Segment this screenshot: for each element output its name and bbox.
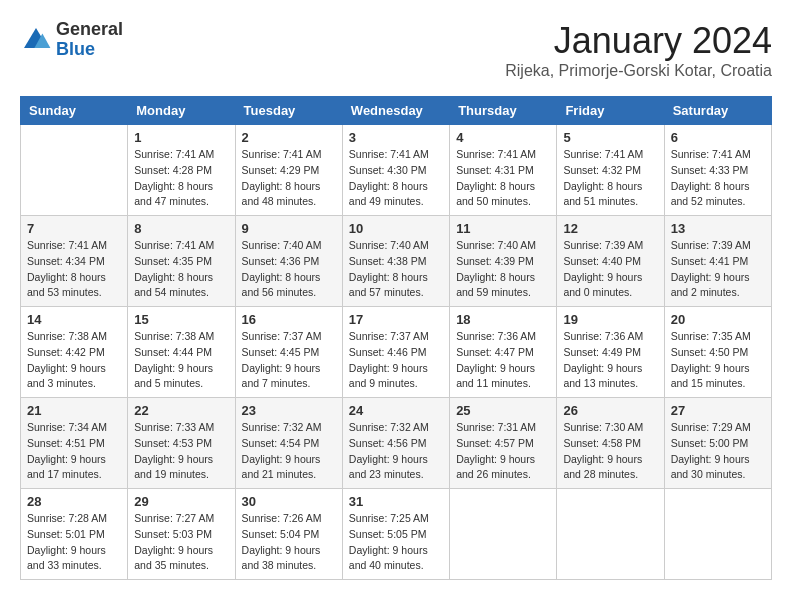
weekday-header-sunday: Sunday	[21, 97, 128, 125]
sunrise-text: Sunrise: 7:41 AM	[349, 148, 429, 160]
calendar-cell: 9 Sunrise: 7:40 AM Sunset: 4:36 PM Dayli…	[235, 216, 342, 307]
day-info: Sunrise: 7:32 AM Sunset: 4:56 PM Dayligh…	[349, 420, 443, 483]
calendar-week-row: 14 Sunrise: 7:38 AM Sunset: 4:42 PM Dayl…	[21, 307, 772, 398]
logo-icon	[20, 24, 52, 56]
day-info: Sunrise: 7:36 AM Sunset: 4:47 PM Dayligh…	[456, 329, 550, 392]
sunrise-text: Sunrise: 7:41 AM	[27, 239, 107, 251]
day-number: 12	[563, 221, 657, 236]
calendar-cell: 8 Sunrise: 7:41 AM Sunset: 4:35 PM Dayli…	[128, 216, 235, 307]
day-number: 28	[27, 494, 121, 509]
sunset-text: Sunset: 4:53 PM	[134, 437, 212, 449]
sunrise-text: Sunrise: 7:37 AM	[242, 330, 322, 342]
daylight-text: Daylight: 8 hours and 57 minutes.	[349, 271, 428, 299]
calendar-cell: 25 Sunrise: 7:31 AM Sunset: 4:57 PM Dayl…	[450, 398, 557, 489]
calendar-week-row: 1 Sunrise: 7:41 AM Sunset: 4:28 PM Dayli…	[21, 125, 772, 216]
day-info: Sunrise: 7:41 AM Sunset: 4:33 PM Dayligh…	[671, 147, 765, 210]
day-info: Sunrise: 7:30 AM Sunset: 4:58 PM Dayligh…	[563, 420, 657, 483]
weekday-header-row: SundayMondayTuesdayWednesdayThursdayFrid…	[21, 97, 772, 125]
daylight-text: Daylight: 9 hours and 28 minutes.	[563, 453, 642, 481]
day-info: Sunrise: 7:26 AM Sunset: 5:04 PM Dayligh…	[242, 511, 336, 574]
weekday-header-thursday: Thursday	[450, 97, 557, 125]
daylight-text: Daylight: 9 hours and 30 minutes.	[671, 453, 750, 481]
sunset-text: Sunset: 4:33 PM	[671, 164, 749, 176]
calendar-cell: 14 Sunrise: 7:38 AM Sunset: 4:42 PM Dayl…	[21, 307, 128, 398]
logo-text: General Blue	[56, 20, 123, 60]
sunrise-text: Sunrise: 7:40 AM	[242, 239, 322, 251]
calendar-cell: 7 Sunrise: 7:41 AM Sunset: 4:34 PM Dayli…	[21, 216, 128, 307]
calendar-cell: 23 Sunrise: 7:32 AM Sunset: 4:54 PM Dayl…	[235, 398, 342, 489]
day-info: Sunrise: 7:35 AM Sunset: 4:50 PM Dayligh…	[671, 329, 765, 392]
calendar-table: SundayMondayTuesdayWednesdayThursdayFrid…	[20, 96, 772, 580]
sunset-text: Sunset: 5:00 PM	[671, 437, 749, 449]
weekday-header-saturday: Saturday	[664, 97, 771, 125]
daylight-text: Daylight: 9 hours and 33 minutes.	[27, 544, 106, 572]
calendar-cell: 13 Sunrise: 7:39 AM Sunset: 4:41 PM Dayl…	[664, 216, 771, 307]
day-info: Sunrise: 7:32 AM Sunset: 4:54 PM Dayligh…	[242, 420, 336, 483]
day-number: 10	[349, 221, 443, 236]
day-number: 7	[27, 221, 121, 236]
day-info: Sunrise: 7:41 AM Sunset: 4:35 PM Dayligh…	[134, 238, 228, 301]
calendar-cell: 19 Sunrise: 7:36 AM Sunset: 4:49 PM Dayl…	[557, 307, 664, 398]
month-title: January 2024	[505, 20, 772, 62]
daylight-text: Daylight: 9 hours and 11 minutes.	[456, 362, 535, 390]
day-info: Sunrise: 7:33 AM Sunset: 4:53 PM Dayligh…	[134, 420, 228, 483]
sunrise-text: Sunrise: 7:38 AM	[134, 330, 214, 342]
calendar-cell: 1 Sunrise: 7:41 AM Sunset: 4:28 PM Dayli…	[128, 125, 235, 216]
day-info: Sunrise: 7:40 AM Sunset: 4:39 PM Dayligh…	[456, 238, 550, 301]
day-number: 23	[242, 403, 336, 418]
day-info: Sunrise: 7:38 AM Sunset: 4:44 PM Dayligh…	[134, 329, 228, 392]
daylight-text: Daylight: 8 hours and 47 minutes.	[134, 180, 213, 208]
logo-blue-text: Blue	[56, 40, 123, 60]
weekday-header-wednesday: Wednesday	[342, 97, 449, 125]
location-title: Rijeka, Primorje-Gorski Kotar, Croatia	[505, 62, 772, 80]
calendar-cell	[21, 125, 128, 216]
day-number: 16	[242, 312, 336, 327]
calendar-cell: 3 Sunrise: 7:41 AM Sunset: 4:30 PM Dayli…	[342, 125, 449, 216]
sunset-text: Sunset: 4:39 PM	[456, 255, 534, 267]
day-number: 22	[134, 403, 228, 418]
sunrise-text: Sunrise: 7:41 AM	[563, 148, 643, 160]
calendar-cell	[450, 489, 557, 580]
daylight-text: Daylight: 8 hours and 56 minutes.	[242, 271, 321, 299]
calendar-cell: 22 Sunrise: 7:33 AM Sunset: 4:53 PM Dayl…	[128, 398, 235, 489]
sunrise-text: Sunrise: 7:34 AM	[27, 421, 107, 433]
sunrise-text: Sunrise: 7:40 AM	[456, 239, 536, 251]
sunset-text: Sunset: 4:51 PM	[27, 437, 105, 449]
day-number: 25	[456, 403, 550, 418]
day-number: 19	[563, 312, 657, 327]
day-info: Sunrise: 7:34 AM Sunset: 4:51 PM Dayligh…	[27, 420, 121, 483]
calendar-cell: 27 Sunrise: 7:29 AM Sunset: 5:00 PM Dayl…	[664, 398, 771, 489]
sunset-text: Sunset: 4:58 PM	[563, 437, 641, 449]
day-number: 6	[671, 130, 765, 145]
sunrise-text: Sunrise: 7:33 AM	[134, 421, 214, 433]
calendar-cell: 24 Sunrise: 7:32 AM Sunset: 4:56 PM Dayl…	[342, 398, 449, 489]
sunset-text: Sunset: 4:35 PM	[134, 255, 212, 267]
sunset-text: Sunset: 4:42 PM	[27, 346, 105, 358]
day-info: Sunrise: 7:37 AM Sunset: 4:45 PM Dayligh…	[242, 329, 336, 392]
sunset-text: Sunset: 5:05 PM	[349, 528, 427, 540]
calendar-cell: 11 Sunrise: 7:40 AM Sunset: 4:39 PM Dayl…	[450, 216, 557, 307]
day-number: 26	[563, 403, 657, 418]
weekday-header-monday: Monday	[128, 97, 235, 125]
sunset-text: Sunset: 4:45 PM	[242, 346, 320, 358]
sunset-text: Sunset: 4:50 PM	[671, 346, 749, 358]
daylight-text: Daylight: 9 hours and 35 minutes.	[134, 544, 213, 572]
day-number: 13	[671, 221, 765, 236]
sunset-text: Sunset: 5:01 PM	[27, 528, 105, 540]
sunset-text: Sunset: 4:44 PM	[134, 346, 212, 358]
daylight-text: Daylight: 9 hours and 15 minutes.	[671, 362, 750, 390]
daylight-text: Daylight: 9 hours and 21 minutes.	[242, 453, 321, 481]
day-info: Sunrise: 7:39 AM Sunset: 4:41 PM Dayligh…	[671, 238, 765, 301]
day-number: 31	[349, 494, 443, 509]
sunset-text: Sunset: 4:40 PM	[563, 255, 641, 267]
calendar-cell: 15 Sunrise: 7:38 AM Sunset: 4:44 PM Dayl…	[128, 307, 235, 398]
day-number: 18	[456, 312, 550, 327]
daylight-text: Daylight: 9 hours and 23 minutes.	[349, 453, 428, 481]
sunrise-text: Sunrise: 7:30 AM	[563, 421, 643, 433]
daylight-text: Daylight: 8 hours and 49 minutes.	[349, 180, 428, 208]
day-info: Sunrise: 7:38 AM Sunset: 4:42 PM Dayligh…	[27, 329, 121, 392]
daylight-text: Daylight: 9 hours and 0 minutes.	[563, 271, 642, 299]
calendar-cell: 16 Sunrise: 7:37 AM Sunset: 4:45 PM Dayl…	[235, 307, 342, 398]
sunrise-text: Sunrise: 7:41 AM	[671, 148, 751, 160]
daylight-text: Daylight: 9 hours and 17 minutes.	[27, 453, 106, 481]
